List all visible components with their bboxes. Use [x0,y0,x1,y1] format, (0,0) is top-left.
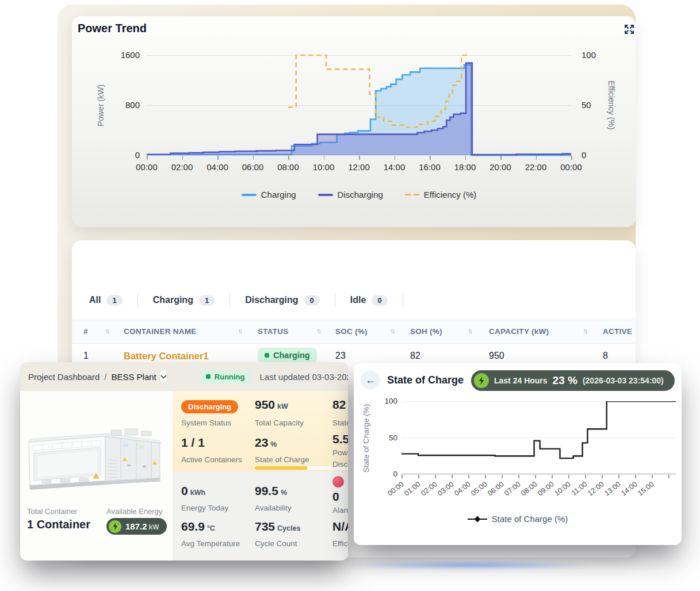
soc-plot [401,401,676,474]
plant-selector-dropdown[interactable] [160,370,167,383]
x-tick-mark [418,475,419,478]
x-tick-mark [585,475,586,478]
breadcrumb-separator: / [104,372,106,382]
sort-icon[interactable]: ↑↓ [583,327,586,335]
tab-label: Discharging [245,295,298,305]
x-tick-mark [668,475,670,478]
x-tick-mark [502,475,503,478]
power-trend-legend: ChargingDischargingEfficiency (%) [147,190,571,199]
x-tick-label: 06:00 [236,162,270,172]
tab-separator [335,293,335,307]
legend-label: Efficiency (%) [424,190,476,199]
x-tick-mark [147,156,148,160]
column-header-soh-: SOH (%) [410,327,442,336]
legend-label: Charging [261,190,296,199]
x-tick-mark [468,475,469,478]
expand-icon[interactable] [623,23,636,38]
column-header-container-name: CONTAINER NAME [124,327,197,336]
power-stat: 5.5 [332,432,348,446]
avg-temp-label: Avg Temperature [181,539,240,548]
column-header-soc-: SOC (%) [335,327,368,336]
bottom-glow-decoration [345,561,592,569]
back-button[interactable]: ← [361,370,380,390]
x-tick-mark [359,156,360,160]
x-tick-mark [401,475,403,478]
tab-charging[interactable]: Charging1 [153,295,215,306]
tab-count-badge: 0 [372,295,387,306]
column-header-capacity-kw-: CAPACITY (kW) [489,327,549,336]
sort-icon[interactable]: ↑↓ [316,327,320,335]
availability-stat: 99.5% [255,484,287,498]
alarms-stat: 0 [332,490,339,504]
system-status-badge: Discharging [181,400,238,413]
active-containers-label: Active Containers [181,455,242,464]
status-dot-icon [206,374,211,379]
efficiency-label: Efficiency [332,539,348,548]
breadcrumb-current[interactable]: BESS Plant [111,372,156,382]
total-container-label: Total Container [27,507,77,516]
legend-label: Discharging [338,190,383,199]
row-status-badge: Charging [258,348,317,363]
state-of-charge-card: ← State of Charge Last 24 Hours 23 % (20… [354,363,682,545]
tab-discharging[interactable]: Discharging0 [245,295,320,306]
energy-today-stat: 0kWh [181,484,205,498]
tab-label: All [89,295,101,305]
x-tick-label: 00:00 [129,162,164,172]
tab-label: Charging [153,295,193,305]
x-tick-mark [500,156,502,160]
row-soh: 82 [410,351,420,361]
tab-count-badge: 0 [304,295,320,306]
x-tick-mark [602,475,603,478]
y-tick-label: 0 [582,150,610,160]
y-tick-label: 100 [376,397,397,405]
power-sublabel: Discharging [332,460,348,469]
tab-count-badge: 1 [106,295,122,306]
energy-bolt-icon [109,520,121,533]
x-tick-mark [253,156,254,160]
x-tick-mark [571,156,572,160]
sort-icon[interactable]: ↑↓ [468,327,471,335]
legend-item-charging[interactable]: Charging [242,190,296,199]
status-text: Charging [273,351,310,360]
available-energy-unit: kW [149,523,159,531]
y-tick-label: 100 [582,50,610,60]
tab-all[interactable]: All1 [89,295,123,306]
x-tick-label: 00:00 [554,162,588,172]
legend-line-swatch [242,194,257,196]
soc-legend-label: State of Charge (%) [492,514,568,524]
x-tick-label: 04:00 [200,162,235,172]
available-energy-value: 187.2 [125,521,147,531]
tab-separator [137,293,138,307]
cycle-count-stat: 735Cycles [255,520,300,534]
soh-label: State of Health [332,419,348,427]
soc-title: State of Charge [387,374,464,386]
x-tick-mark [485,475,486,478]
power-axis-label: Power (kW) [96,62,105,148]
soc-current-value: 23 % [553,374,577,387]
tab-idle[interactable]: Idle0 [350,295,388,306]
power-trend-series [147,55,571,155]
soc-range-label: Last 24 Hours [494,376,548,385]
total-capacity-stat: 950kW [255,398,288,412]
dashboard-header: Project Dashboard / BESS Plant Running L… [20,362,348,391]
breadcrumb-root[interactable]: Project Dashboard [28,372,100,382]
container-name-link[interactable]: Battery Container1 [124,351,209,362]
chevron-down-icon [160,375,167,379]
x-tick-mark [536,156,537,160]
x-tick-mark [552,475,553,478]
last-updated-text: Last updated 03-03-2026 [260,372,348,382]
tab-separator [229,293,230,307]
x-tick-mark [568,475,569,478]
sort-icon[interactable]: ↑↓ [105,327,108,335]
sort-icon[interactable]: ↑↓ [390,327,393,335]
alarms-label: Alarms [332,506,348,515]
legend-item-discharging[interactable]: Discharging [318,190,383,199]
soc-timestamp: (2026-03-03 23:54:00) [583,376,664,385]
power-trend-plot [147,55,571,155]
x-tick-label: 20:00 [483,162,518,172]
legend-item-efficiency-[interactable]: Efficiency (%) [405,190,476,199]
sort-icon[interactable]: ↑↓ [238,327,241,335]
soc-legend[interactable]: State of Charge (%) [354,514,682,524]
x-tick-mark [635,475,636,478]
energy-today-label: Energy Today [181,504,228,512]
